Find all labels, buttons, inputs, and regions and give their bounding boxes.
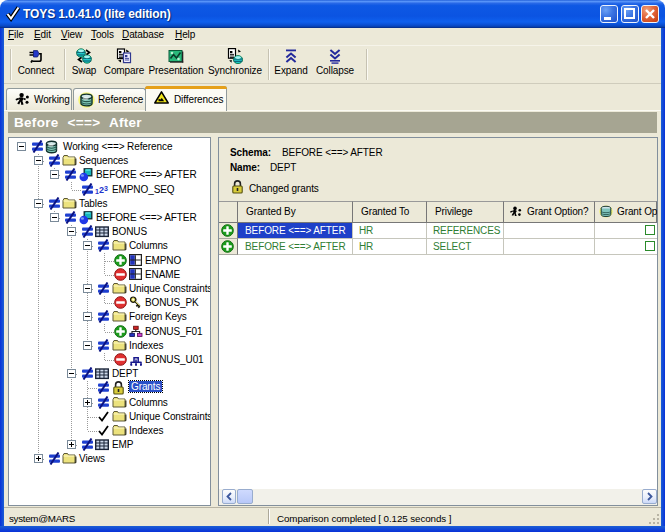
svg-text:3: 3 [104, 185, 108, 192]
